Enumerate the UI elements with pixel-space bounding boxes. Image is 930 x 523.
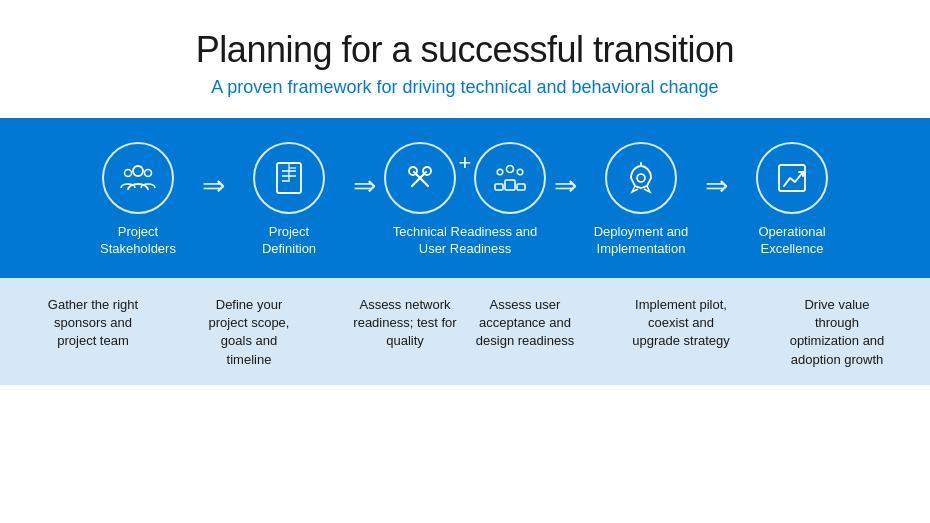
- plus-sign: +: [459, 150, 472, 176]
- arrow-4: ⇒: [705, 169, 728, 202]
- blue-section: ProjectStakeholders ⇒ ProjectDefinition …: [0, 118, 930, 278]
- desc-deployment: Implement pilot, coexist and upgrade str…: [621, 296, 741, 351]
- step-deployment: Deployment andImplementation: [581, 142, 701, 258]
- step-readiness-icons: +: [384, 142, 547, 214]
- desc-user-readiness: Assess user acceptance and design readin…: [465, 296, 585, 351]
- descriptions-section: Gather the right sponsors and project te…: [0, 278, 930, 385]
- rocket-icon: [621, 158, 661, 198]
- svg-point-13: [507, 166, 514, 173]
- page-subtitle: A proven framework for driving technical…: [40, 77, 890, 98]
- step-definition-icon: [253, 142, 325, 214]
- arrow-1: ⇒: [202, 169, 225, 202]
- desc-definition: Define your project scope, goals and tim…: [189, 296, 309, 369]
- people-icon: [118, 158, 158, 198]
- step-readiness-label: Technical Readiness andUser Readiness: [385, 224, 545, 258]
- document-icon: [269, 158, 309, 198]
- podium-icon: [490, 158, 530, 198]
- wrench-icon: [400, 158, 440, 198]
- svg-point-12: [409, 167, 417, 175]
- arrow-2: ⇒: [353, 169, 376, 202]
- svg-point-14: [498, 169, 504, 175]
- svg-rect-21: [779, 165, 805, 191]
- svg-point-19: [637, 174, 645, 182]
- step-excellence-label: OperationalExcellence: [758, 224, 825, 258]
- step-excellence: OperationalExcellence: [732, 142, 852, 258]
- svg-rect-16: [505, 180, 515, 190]
- header: Planning for a successful transition A p…: [0, 0, 930, 118]
- step-deployment-label: Deployment andImplementation: [594, 224, 689, 258]
- desc-technical: Assess network readiness; test for quali…: [345, 296, 465, 351]
- svg-rect-18: [517, 184, 525, 190]
- svg-point-1: [125, 170, 132, 177]
- step-stakeholders-label: ProjectStakeholders: [100, 224, 176, 258]
- step-deployment-icon: [605, 142, 677, 214]
- desc-stakeholders: Gather the right sponsors and project te…: [33, 296, 153, 351]
- chart-icon: [772, 158, 812, 198]
- svg-point-0: [133, 166, 143, 176]
- svg-rect-17: [495, 184, 503, 190]
- svg-point-10: [423, 167, 431, 175]
- step-stakeholders: ProjectStakeholders: [78, 142, 198, 258]
- svg-point-15: [518, 169, 524, 175]
- svg-point-2: [145, 170, 152, 177]
- step-readiness: + Technical Readiness andUser Readiness: [380, 142, 550, 258]
- desc-excellence: Drive value through optimization and ado…: [777, 296, 897, 369]
- arrow-3: ⇒: [554, 169, 577, 202]
- step-user-readiness-icon: [474, 142, 546, 214]
- step-definition: ProjectDefinition: [229, 142, 349, 258]
- step-definition-label: ProjectDefinition: [262, 224, 316, 258]
- step-technical-icon: [384, 142, 456, 214]
- page-title: Planning for a successful transition: [40, 28, 890, 71]
- step-stakeholders-icon: [102, 142, 174, 214]
- step-excellence-icon: [756, 142, 828, 214]
